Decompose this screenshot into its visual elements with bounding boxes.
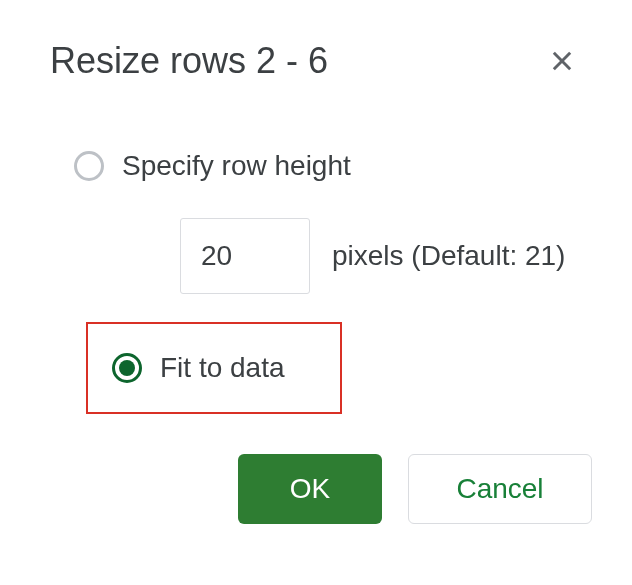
- dialog-header: Resize rows 2 - 6: [50, 40, 582, 82]
- resize-rows-dialog: Resize rows 2 - 6 Specify row height pix…: [0, 0, 632, 554]
- close-icon: [548, 47, 576, 75]
- ok-button[interactable]: OK: [238, 454, 382, 524]
- fit-to-data-radio[interactable]: [112, 353, 142, 383]
- dialog-button-row: OK Cancel: [238, 454, 582, 524]
- specify-height-radio[interactable]: [74, 151, 104, 181]
- specify-height-option[interactable]: Specify row height: [50, 142, 582, 190]
- pixel-input-row: pixels (Default: 21): [180, 218, 582, 294]
- dialog-title: Resize rows 2 - 6: [50, 40, 328, 82]
- cancel-button[interactable]: Cancel: [408, 454, 592, 524]
- pixel-suffix-label: pixels (Default: 21): [332, 240, 565, 272]
- close-button[interactable]: [542, 41, 582, 81]
- fit-to-data-label: Fit to data: [160, 352, 285, 384]
- fit-to-data-option[interactable]: Fit to data: [88, 344, 340, 392]
- fit-to-data-highlight: Fit to data: [86, 322, 342, 414]
- specify-height-label: Specify row height: [122, 150, 351, 182]
- row-height-input[interactable]: [180, 218, 310, 294]
